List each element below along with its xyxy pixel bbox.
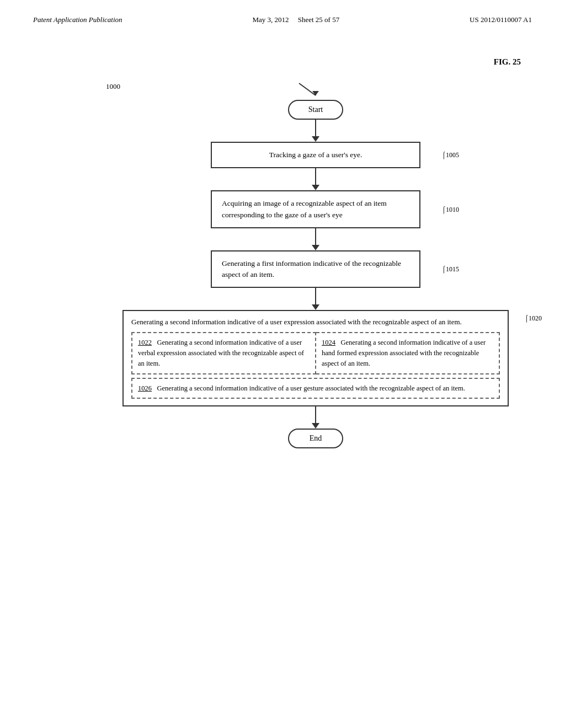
header-date: May 3, 2012 — [252, 15, 289, 24]
header-publication: Patent Application Publication — [33, 15, 122, 24]
node-1022-ref: 1022 — [138, 339, 152, 346]
node-1010-section: Acquiring an image of a recognizable asp… — [89, 190, 542, 228]
header-date-sheet: May 3, 2012 Sheet 25 of 57 — [252, 15, 339, 24]
node-1026-box: 1026 Generating a second information ind… — [131, 378, 500, 399]
page-header: Patent Application Publication May 3, 20… — [0, 0, 565, 24]
node-1024-ref: 1024 — [322, 339, 335, 346]
node-1026-text: Generating a second information indicati… — [157, 384, 465, 392]
start-node-section: Start — [89, 100, 542, 120]
figure-label: FIG. 25 — [0, 57, 565, 67]
node-1005-box: Tracking a gaze of a user's eye. — [211, 142, 420, 168]
arrow-5 — [89, 406, 542, 429]
node-1010-box: Acquiring an image of a recognizable asp… — [211, 190, 420, 228]
node-1022-text: Generating a second information indicati… — [138, 339, 304, 367]
end-node-section: End — [89, 429, 542, 448]
node-1020-main-text: Generating a second information indicati… — [131, 318, 500, 326]
diagram-container: 1000 Start Tracking a gaze — [78, 72, 553, 448]
node-1005-label: ⌠1005 — [442, 151, 459, 159]
node-1005-section: Tracking a gaze of a user's eye. ⌠1005 — [89, 142, 542, 168]
node-1020-outer: ⌠1020 Generating a second information in… — [122, 310, 509, 406]
node-1022-box: 1022 Generating a second information ind… — [131, 332, 316, 374]
node-1026-ref: 1026 — [138, 384, 152, 392]
header-patent-number: US 2012/0110007 A1 — [470, 15, 532, 24]
arrow-4 — [89, 288, 542, 310]
end-node-wrap: End — [288, 429, 343, 448]
inner-dashed-row: 1022 Generating a second information ind… — [131, 332, 500, 374]
start-node-wrap: Start — [288, 100, 343, 120]
node-1020-section: ⌠1020 Generating a second information in… — [89, 310, 542, 406]
node-1015-section: Generating a first information indicativ… — [89, 250, 542, 288]
arrow-1 — [89, 120, 542, 142]
start-node: Start — [288, 100, 343, 120]
svg-line-1 — [299, 83, 316, 95]
flowchart: 1000 Start Tracking a gaze — [89, 72, 542, 448]
node-1000-label: 1000 — [106, 82, 120, 91]
node-1024-box: 1024 Generating a second information ind… — [316, 332, 500, 374]
node-1024-text: Generating a second information indicati… — [322, 339, 486, 367]
end-node: End — [288, 429, 343, 448]
header-sheet: Sheet 25 of 57 — [298, 15, 339, 24]
arrow-2 — [89, 168, 542, 190]
node-1020-label: ⌠1020 — [525, 314, 542, 323]
arrow-3 — [89, 228, 542, 250]
node-1015-label: ⌠1015 — [442, 265, 459, 274]
node-1015-box: Generating a first information indicativ… — [211, 250, 420, 288]
node-1010-label: ⌠1010 — [442, 205, 459, 213]
